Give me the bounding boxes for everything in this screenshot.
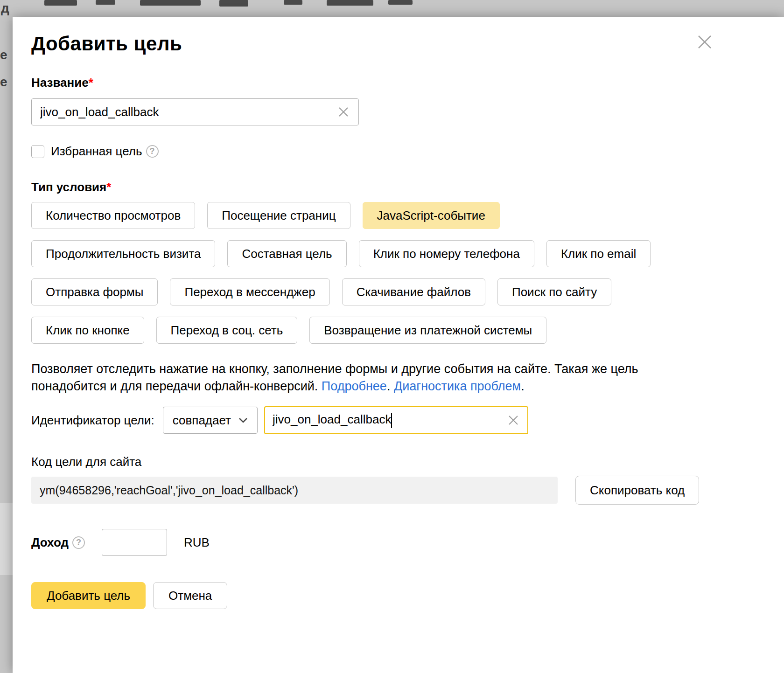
goal-code-label: Код цели для сайта <box>31 455 765 469</box>
chip-row: Продолжительность визита Составная цель … <box>31 240 765 278</box>
condition-chip[interactable]: Продолжительность визита <box>31 240 215 267</box>
clear-name-button[interactable] <box>337 105 350 118</box>
condition-chip[interactable]: Переход в мессенджер <box>170 278 329 305</box>
goal-name-value: jivo_on_load_callback <box>40 105 337 119</box>
goal-identifier-input[interactable]: jivo_on_load_callback <box>264 406 528 434</box>
add-goal-modal: Добавить цель Название* jivo_on_load_cal… <box>13 17 784 673</box>
goal-name-input[interactable]: jivo_on_load_callback <box>31 98 359 125</box>
favorite-goal-label: Избранная цель <box>51 144 142 159</box>
chip-row: Клик по кнопке Переход в соц. сеть Возвр… <box>31 317 765 355</box>
condition-chip[interactable]: Поиск по сайту <box>497 278 611 305</box>
goal-identifier-row: Идентификатор цели: совпадает jivo_on_lo… <box>31 406 765 434</box>
modal-title: Добавить цель <box>31 33 765 55</box>
required-asterisk: * <box>89 76 93 90</box>
revenue-label: Доход <box>31 535 69 550</box>
match-type-value: совпадает <box>173 413 231 428</box>
background-text-remnant <box>284 0 302 5</box>
condition-chip[interactable]: Скачивание файлов <box>342 278 485 305</box>
chip-row: Количество просмотров Посещение страниц … <box>31 202 765 240</box>
help-icon[interactable]: ? <box>72 536 85 549</box>
condition-description: Позволяет отследить нажатие на кнопку, з… <box>31 361 699 395</box>
copy-code-button[interactable]: Скопировать код <box>575 476 699 505</box>
close-button[interactable] <box>695 33 714 51</box>
clear-icon <box>507 414 520 427</box>
required-asterisk: * <box>106 180 111 194</box>
background-text-remnant <box>219 0 248 7</box>
condition-type-label: Тип условия* <box>31 180 765 194</box>
goal-code-row: ym(94658296,'reachGoal','jivo_on_load_ca… <box>31 476 765 505</box>
revenue-row: Доход ? RUB <box>31 529 765 556</box>
modal-actions: Добавить цель Отмена <box>31 582 765 609</box>
description-line-2: понадобится и для передачи офлайн-конвер… <box>31 378 699 395</box>
cancel-button[interactable]: Отмена <box>153 582 227 609</box>
favorite-goal-row: Избранная цель ? <box>31 144 765 159</box>
favorite-goal-checkbox[interactable] <box>31 145 44 158</box>
identifier-label: Идентификатор цели: <box>31 413 154 428</box>
close-icon <box>696 34 713 50</box>
more-link[interactable]: Подробнее <box>322 379 387 393</box>
add-goal-button[interactable]: Добавить цель <box>31 582 146 609</box>
condition-chip[interactable]: Количество просмотров <box>31 202 195 229</box>
description-line-1: Позволяет отследить нажатие на кнопку, з… <box>31 361 699 378</box>
background-panel-remnant <box>0 503 13 575</box>
help-icon[interactable]: ? <box>146 145 159 158</box>
clear-icon <box>337 105 350 118</box>
condition-chip[interactable]: Отправка формы <box>31 278 158 305</box>
goal-identifier-value: jivo_on_load_callback <box>273 412 507 428</box>
condition-chip[interactable]: Переход в соц. сеть <box>156 317 298 344</box>
condition-chip[interactable]: Клик по email <box>546 240 651 267</box>
condition-chip[interactable]: Клик по кнопке <box>31 317 144 344</box>
name-label: Название* <box>31 76 765 90</box>
background-text-remnant <box>44 0 77 6</box>
background-text-remnant <box>96 0 115 5</box>
currency-label: RUB <box>184 535 210 550</box>
background-letter: е <box>0 75 7 90</box>
chip-row: Отправка формы Переход в мессенджер Скач… <box>31 278 765 317</box>
chevron-down-icon <box>238 417 248 423</box>
condition-chip[interactable]: Посещение страниц <box>207 202 350 229</box>
text-caret <box>391 413 392 428</box>
goal-code-text: ym(94658296,'reachGoal','jivo_on_load_ca… <box>40 484 298 497</box>
goal-code-box: ym(94658296,'reachGoal','jivo_on_load_ca… <box>31 477 558 504</box>
revenue-input[interactable] <box>102 529 167 556</box>
condition-chip[interactable]: Клик по номеру телефона <box>359 240 534 267</box>
background-text-remnant <box>140 0 201 6</box>
background-letter: д <box>1 1 9 16</box>
background-text-remnant <box>327 0 373 6</box>
condition-type-chips: Количество просмотров Посещение страниц … <box>31 202 765 355</box>
condition-chip-selected[interactable]: JavaScript-событие <box>363 202 500 229</box>
background-text-remnant <box>388 0 413 5</box>
condition-chip[interactable]: Возвращение из платежной системы <box>309 317 546 344</box>
background-letter: е <box>0 48 7 62</box>
match-type-select[interactable]: совпадает <box>163 407 258 434</box>
clear-identifier-button[interactable] <box>507 414 520 427</box>
condition-chip[interactable]: Составная цель <box>227 240 346 267</box>
diagnostics-link[interactable]: Диагностика проблем <box>394 379 521 393</box>
